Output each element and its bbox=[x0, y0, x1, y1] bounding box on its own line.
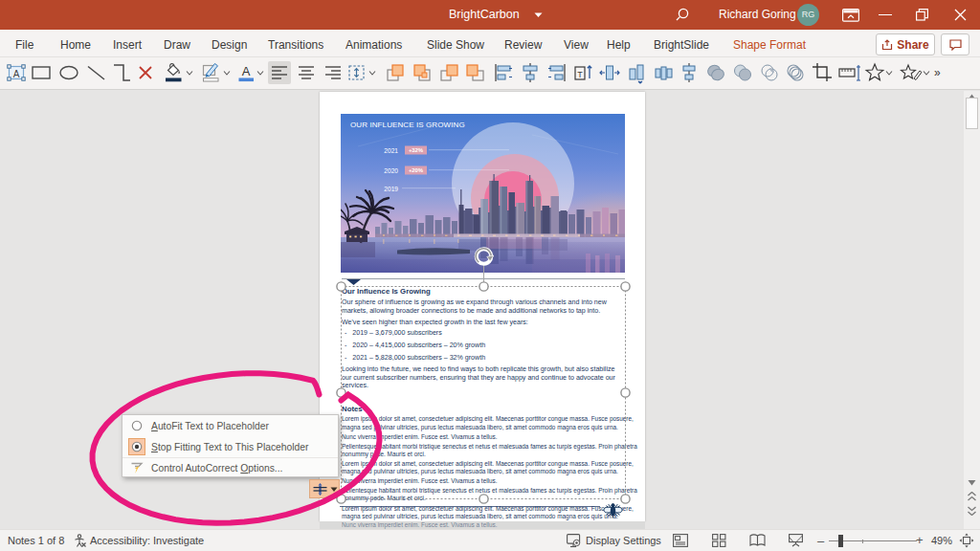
svg-text:2019: 2019 bbox=[384, 186, 398, 192]
svg-text:A: A bbox=[13, 69, 20, 79]
svg-text:2020: 2020 bbox=[384, 167, 398, 174]
svg-text:2021: 2021 bbox=[384, 147, 398, 154]
svg-text:T: T bbox=[577, 70, 583, 79]
svg-text:+20%: +20% bbox=[409, 167, 424, 173]
svg-text:OUR INFLUENCE IS GROWING: OUR INFLUENCE IS GROWING bbox=[350, 121, 465, 129]
svg-text:A: A bbox=[242, 64, 251, 78]
svg-text:+32%: +32% bbox=[409, 147, 424, 153]
